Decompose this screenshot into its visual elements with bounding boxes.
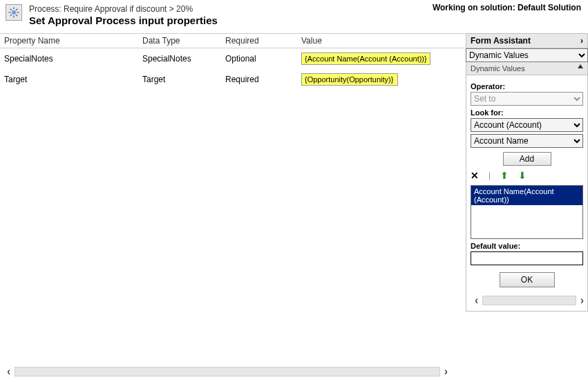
dynamic-values-section[interactable]: Dynamic Values <box>466 62 588 75</box>
form-assistant-title: Form Assistant <box>471 36 531 46</box>
scroll-track[interactable] <box>15 367 439 376</box>
col-header-required[interactable]: Required <box>221 34 297 48</box>
svg-line-8 <box>16 9 17 10</box>
grid-row[interactable]: Target Target Required {Opportunity(Oppo… <box>0 69 465 90</box>
ok-button[interactable]: OK <box>500 272 555 287</box>
cell-datatype: Target <box>138 73 221 86</box>
properties-grid: Property Name Data Type Required Value S… <box>0 33 465 312</box>
cell-property: Target <box>0 73 138 86</box>
operator-label: Operator: <box>471 82 583 90</box>
value-token[interactable]: {Opportunity(Opportunity)} <box>301 73 398 86</box>
svg-point-0 <box>12 10 16 15</box>
scroll-left-icon[interactable]: ‹ <box>471 294 482 307</box>
selected-values-list[interactable]: Account Name(Account (Account)) <box>471 185 583 239</box>
cell-value: {Opportunity(Opportunity)} <box>297 72 465 87</box>
collapse-caret-icon <box>578 64 583 68</box>
scroll-right-icon[interactable]: › <box>440 365 452 378</box>
solution-label: Working on solution: Default Solution <box>433 3 581 12</box>
page-title: Set Approval Process input properties <box>29 15 218 26</box>
scroll-right-icon[interactable]: › <box>576 294 588 307</box>
scroll-left-icon[interactable]: ‹ <box>3 365 15 378</box>
grid-header-row: Property Name Data Type Required Value <box>0 33 465 48</box>
cell-datatype: SpecialNotes <box>138 52 221 65</box>
assistant-mode-select[interactable]: Dynamic Values <box>466 48 588 62</box>
col-header-value[interactable]: Value <box>297 34 465 48</box>
form-assistant-panel: Form Assistant › Dynamic Values Dynamic … <box>465 33 588 312</box>
lookfor-label: Look for: <box>471 108 583 117</box>
list-item[interactable]: Account Name(Account (Account)) <box>471 186 582 205</box>
chevron-right-icon: › <box>580 36 583 46</box>
move-down-icon[interactable]: ⬇ <box>518 170 527 181</box>
svg-line-5 <box>10 9 12 10</box>
cell-required: Optional <box>221 52 297 65</box>
move-up-icon[interactable]: ⬆ <box>500 170 509 181</box>
value-token[interactable]: {Account Name(Account (Account))} <box>301 52 430 65</box>
process-gear-icon <box>6 4 22 21</box>
grid-hscroll[interactable]: ‹ › <box>3 365 452 378</box>
separator: | <box>489 171 491 180</box>
cell-required: Required <box>221 73 297 86</box>
form-assistant-header[interactable]: Form Assistant › <box>466 33 588 48</box>
col-header-property[interactable]: Property Name <box>0 34 138 48</box>
operator-select: Set to <box>471 92 583 106</box>
add-button[interactable]: Add <box>503 152 551 166</box>
svg-line-6 <box>16 15 17 16</box>
lookfor-attribute-select[interactable]: Account Name <box>471 134 583 148</box>
svg-line-7 <box>10 15 12 16</box>
col-header-datatype[interactable]: Data Type <box>138 34 221 48</box>
grid-row[interactable]: SpecialNotes SpecialNotes Optional {Acco… <box>0 48 465 69</box>
process-breadcrumb: Process: Require Approval if discount > … <box>29 4 218 14</box>
lookfor-entity-select[interactable]: Account (Account) <box>471 118 583 132</box>
default-value-input[interactable] <box>471 251 583 265</box>
scroll-track[interactable] <box>482 296 576 305</box>
cell-value: {Account Name(Account (Account))} <box>297 51 465 66</box>
default-value-label: Default value: <box>471 242 583 250</box>
cell-property: SpecialNotes <box>0 52 138 65</box>
remove-icon[interactable]: ✕ <box>471 170 479 181</box>
assistant-hscroll[interactable]: ‹ › <box>471 294 588 307</box>
